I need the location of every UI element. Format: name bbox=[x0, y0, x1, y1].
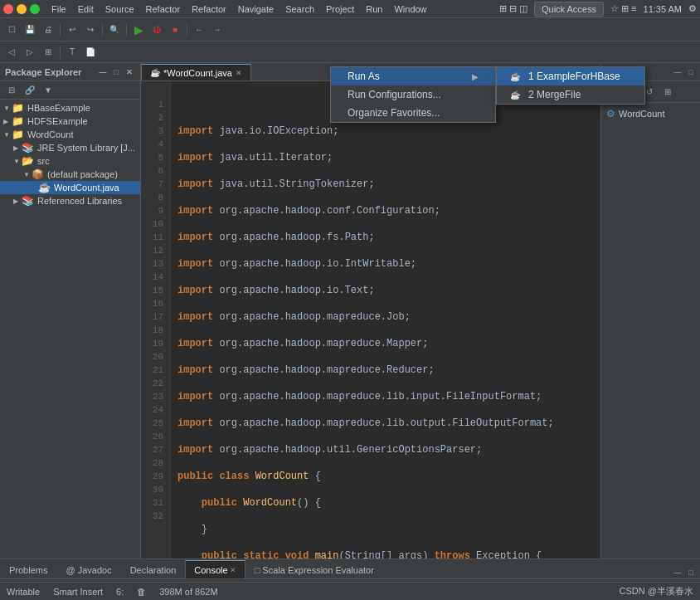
java-icon-1: ☕ bbox=[510, 72, 523, 81]
menu-overlay: Run As ▶ Run Configurations... Organize … bbox=[0, 0, 700, 600]
java-icon-2: ☕ bbox=[510, 90, 523, 100]
run-as-submenu: ☕ 1 ExampleForHBase ☕ 2 MergeFile bbox=[496, 66, 645, 105]
menu-item-run-as[interactable]: Run As ▶ bbox=[331, 67, 495, 85]
menu-item-run-configurations[interactable]: Run Configurations... bbox=[331, 85, 495, 104]
menu-item-organize-favorites[interactable]: Organize Favorites... bbox=[331, 104, 495, 122]
submenu-java-app-1[interactable]: ☕ 1 ExampleForHBase bbox=[497, 67, 644, 85]
run-option-1-label: 1 ExampleForHBase bbox=[528, 71, 620, 82]
run-as-parent-menu: Run As ▶ Run Configurations... Organize … bbox=[330, 66, 496, 123]
submenu-java-app-2[interactable]: ☕ 2 MergeFile bbox=[497, 85, 644, 104]
run-as-label: Run As bbox=[348, 71, 380, 82]
run-option-2-label: 2 MergeFile bbox=[528, 89, 581, 100]
submenu-arrow: ▶ bbox=[472, 72, 479, 81]
